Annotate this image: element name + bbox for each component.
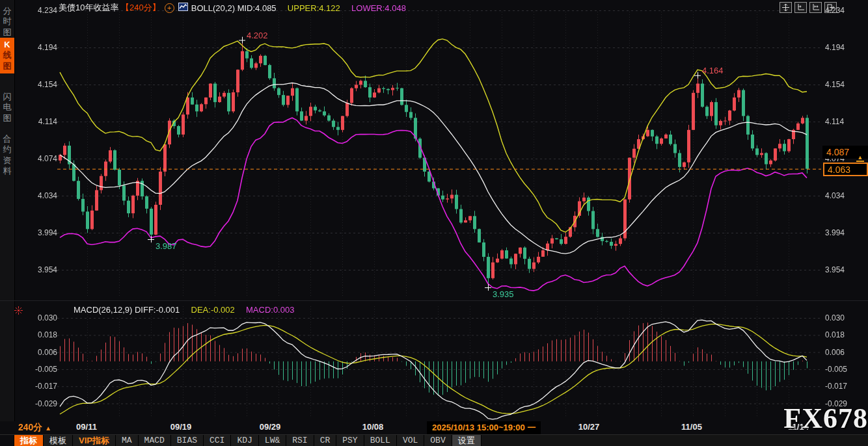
footer-tab-LW&[interactable]: LW&: [259, 435, 286, 446]
sidebar-item-3[interactable]: 闪电图: [0, 90, 14, 125]
price-axis-label-left: 4.234: [26, 6, 57, 15]
macd-axis-label-right: -0.029: [825, 399, 847, 408]
footer-tab-MA[interactable]: MA: [116, 435, 139, 446]
boll-label: BOLL(20,2): [191, 3, 235, 13]
macd-indicator-canvas[interactable]: [57, 302, 821, 421]
main-chart-canvas[interactable]: [57, 0, 821, 300]
footer-tab-VOL[interactable]: VOL: [397, 435, 424, 446]
boll-upper-value: UPPER:4.122: [288, 3, 340, 13]
axis-scale-left-icon: [797, 2, 804, 14]
pan-icon: [782, 2, 789, 14]
price-axis-label-left: 4.114: [26, 117, 57, 126]
dropdown-arrow-icon: ▲: [45, 425, 51, 432]
indicator-style-icon[interactable]: [178, 3, 188, 13]
price-axis-label-right: 4.114: [825, 117, 844, 126]
date-label-10-08: 10/08: [362, 422, 384, 432]
price-axis-label-right: 4.154: [825, 80, 845, 89]
macd-diff-value: DIFF:-0.001: [135, 305, 180, 315]
macd-axis-label-left: -0.005: [26, 365, 57, 374]
axis-scale-right-icon: [812, 2, 819, 14]
footer-tab-BOLL[interactable]: BOLL: [364, 435, 397, 446]
add-indicator-icon[interactable]: +: [165, 3, 174, 13]
price-axis-label-left: 4.154: [26, 80, 57, 89]
chart-type-toolbar: 分时图K线图闪电图合约资料: [0, 0, 15, 421]
macd-axis-label-right: 0.006: [825, 348, 845, 357]
boll-mid-value: MID:4.085: [237, 3, 277, 13]
sidebar-item-4[interactable]: 合约资料: [0, 132, 14, 178]
scroll-arrow-icon: ▲: [858, 154, 863, 161]
footer-tab-CCI[interactable]: CCI: [204, 435, 231, 446]
crosshair-date-tooltip: 2025/10/13 15:00~19:00 一: [427, 421, 541, 434]
date-label-09-29: 09/29: [260, 422, 281, 432]
macd-axis-label-right: -0.005: [825, 365, 847, 374]
price-axis-label-left: 4.194: [26, 43, 57, 52]
footer-tab-指标[interactable]: 指标: [14, 435, 44, 446]
price-axis-label-right: 4.034: [825, 191, 845, 200]
footer-tab-BIAS[interactable]: BIAS: [171, 435, 204, 446]
footer-tab-KDJ[interactable]: KDJ: [231, 435, 258, 446]
window-control-axis-scale-right-icon[interactable]: [809, 2, 822, 13]
chart-application: 分时图K线图闪电图合约资料 美债10年收益率 【240分】+BOLL(20,2)…: [0, 0, 868, 446]
footer-left-pad: [0, 435, 14, 446]
indicator-settings-icon[interactable]: [14, 306, 23, 314]
macd-axis-label-right: 0.030: [825, 313, 845, 322]
window-control-pan-icon[interactable]: [780, 2, 792, 13]
time-axis: 240分 ▲ 2025/10/13 15:00~19:00 一 09/1109/…: [0, 421, 868, 434]
footer-tab-设置[interactable]: 设置: [452, 435, 481, 446]
macd-axis-label-left: 0.018: [26, 330, 57, 339]
boll-lower-value: LOWER:4.048: [351, 3, 406, 13]
price-axis-label-left: 4.034: [26, 191, 57, 200]
date-label-11-14: 11/14: [788, 422, 809, 432]
footer-tab-模板[interactable]: 模板: [44, 435, 73, 446]
macd-header: MACD(26,12,9) DIFF:-0.001 DEA:-0.002 MAC…: [74, 305, 294, 315]
footer-tab-MACD[interactable]: MACD: [139, 435, 171, 446]
footer-tab-VIP指标[interactable]: VIP指标: [73, 435, 116, 446]
price-axis-label-right: 3.954: [825, 265, 845, 274]
interval-badge: 【240分】: [121, 3, 161, 12]
pane-divider: [0, 300, 868, 301]
price-axis-label-right: 4.234: [825, 6, 845, 15]
date-label-10-27: 10/27: [578, 422, 600, 432]
price-axis-label-left: 3.954: [26, 265, 57, 274]
macd-params-label: MACD(26,12,9): [74, 305, 132, 315]
footer-tab-CR[interactable]: CR: [314, 435, 337, 446]
price-axis-label-left: 4.074: [26, 154, 57, 163]
macd-bar-value: MACD:0.003: [246, 305, 294, 315]
macd-axis-label-left: -0.017: [26, 382, 57, 391]
date-label-11-05: 11/05: [681, 422, 702, 432]
last-price-box: 4.063: [823, 163, 868, 176]
footer-tab-OBV[interactable]: OBV: [424, 435, 452, 446]
main-chart-header: 美债10年收益率 【240分】+BOLL(20,2) MID:4.085 UPP…: [59, 2, 406, 14]
price-axis-label-left: 3.994: [26, 228, 57, 237]
date-label-09-19: 09/19: [170, 422, 192, 432]
date-label-09-11: 09/11: [76, 422, 97, 432]
instrument-title: 美债10年收益率: [59, 3, 118, 12]
macd-axis-label-right: -0.017: [825, 382, 847, 391]
price-axis-label-right: 4.194: [825, 43, 845, 52]
interval-selector[interactable]: 240分 ▲: [18, 422, 51, 434]
macd-axis-label-right: 0.018: [825, 330, 845, 339]
indicator-tab-bar: 指标模板VIP指标MAMACDBIASCCIKDJLW&RSICRPSYBOLL…: [0, 434, 868, 446]
macd-axis-label-left: 0.006: [26, 348, 57, 357]
sidebar-item-1[interactable]: 分时图: [0, 4, 14, 40]
footer-tab-PSY[interactable]: PSY: [336, 435, 364, 446]
scroll-to-price-button[interactable]: ▲: [856, 155, 864, 162]
price-axis-label-right: 3.994: [825, 228, 845, 237]
window-control-axis-scale-left-icon[interactable]: [794, 2, 807, 13]
macd-dea-value: DEA:-0.002: [191, 305, 235, 315]
footer-tab-RSI[interactable]: RSI: [286, 435, 314, 446]
sidebar-item-2[interactable]: K线图: [0, 38, 14, 73]
macd-axis-label-left: -0.029: [26, 399, 57, 408]
macd-axis-label-left: 0.030: [26, 313, 57, 322]
